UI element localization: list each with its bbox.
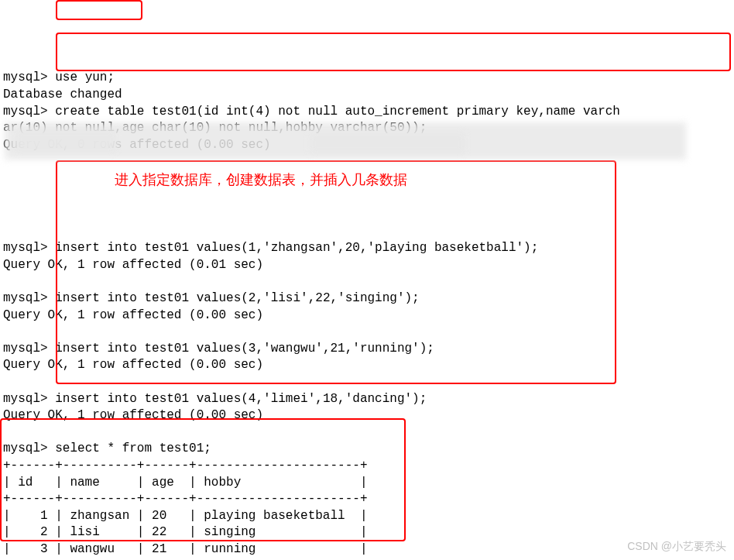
resp-insert-2: Query OK, 1 row affected (0.00 sec): [3, 308, 263, 322]
table-row: | 3 | wangwu | 21 | running |: [3, 542, 367, 556]
prompt: mysql>: [3, 441, 48, 455]
prompt: mysql>: [3, 105, 48, 119]
resp-use: Database changed: [3, 88, 122, 101]
cmd-insert-4: insert into test01 values(4,'limei',18,'…: [55, 392, 427, 406]
prompt: mysql>: [3, 70, 48, 84]
smudge: [310, 133, 465, 153]
cmd-insert-2: insert into test01 values(2,'lisi',22,'s…: [55, 291, 419, 305]
smudge: [15, 130, 116, 152]
watermark: CSDN @小艺要秃头: [627, 539, 726, 554]
prompt: mysql>: [3, 291, 48, 305]
table-row: | 2 | lisi | 22 | singing |: [3, 525, 367, 539]
cmd-insert-3: insert into test01 values(3,'wangwu',21,…: [55, 342, 434, 356]
cmd-use: use yun;: [55, 70, 115, 84]
resp-insert-3: Query OK, 1 row affected (0.00 sec): [3, 358, 263, 372]
prompt: mysql>: [3, 342, 48, 356]
annotation-text: 进入指定数据库，创建数据表，并插入几条数据: [115, 172, 407, 187]
cmd-create-l1: create table test01(id int(4) not null a…: [55, 105, 620, 119]
table-divider: +------+----------+------+--------------…: [3, 492, 367, 506]
table-header: | id | name | age | hobby |: [3, 476, 367, 490]
resp-insert-1: Query OK, 1 row affected (0.01 sec): [3, 258, 263, 272]
highlight-box-create: [56, 33, 731, 71]
highlight-box-use: [56, 0, 142, 20]
table-divider: +------+----------+------+--------------…: [3, 459, 367, 472]
prompt: mysql>: [3, 241, 48, 255]
cmd-select: select * from test01;: [55, 441, 211, 455]
cmd-insert-1: insert into test01 values(1,'zhangsan',2…: [55, 241, 538, 255]
prompt: mysql>: [3, 392, 48, 406]
resp-insert-4: Query OK, 1 row affected (0.00 sec): [3, 408, 263, 422]
table-row: | 1 | zhangsan | 20 | playing baseketbal…: [3, 509, 367, 523]
